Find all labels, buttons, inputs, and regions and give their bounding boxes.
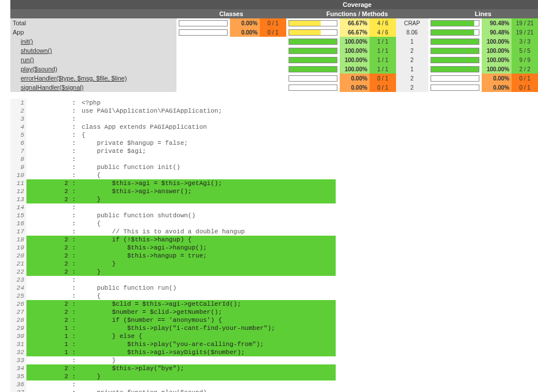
coverage-ratio: 0 / 1 bbox=[512, 74, 538, 83]
source-line: 13 2 : } bbox=[10, 195, 336, 203]
hit-count: 1 : bbox=[26, 332, 82, 340]
progress-bar bbox=[428, 28, 482, 37]
method-link[interactable]: init() bbox=[21, 38, 33, 45]
coverage-percent: 100.00% bbox=[340, 46, 370, 55]
source-line: 11 2 : $this->agi = $this->getAgi(); bbox=[10, 179, 336, 187]
hit-count: : bbox=[26, 155, 82, 163]
source-code bbox=[82, 155, 336, 163]
source-line: 34 2 : $this->play("bye"); bbox=[10, 364, 336, 372]
source-code: $this->play("bye"); bbox=[82, 364, 336, 372]
crap-value: 2 bbox=[396, 55, 428, 64]
method-link[interactable]: shutdown() bbox=[21, 47, 52, 54]
source-code: private function play($sound) bbox=[82, 389, 336, 392]
crap-value: 1 bbox=[396, 64, 428, 74]
coverage-table: Coverage Classes Functions / Methods Lin… bbox=[10, 0, 538, 92]
line-number: 8 bbox=[10, 155, 26, 163]
line-number: 15 bbox=[10, 212, 26, 220]
source-code: private $agi; bbox=[82, 147, 336, 155]
row-label: play($sound) bbox=[10, 64, 176, 74]
coverage-percent: 66.67% bbox=[340, 18, 370, 28]
hit-count: 2 : bbox=[26, 316, 82, 324]
hit-count: : bbox=[26, 284, 82, 292]
line-number: 32 bbox=[10, 348, 26, 356]
hit-count: 2 : bbox=[26, 252, 82, 260]
source-line: 16 : { bbox=[10, 220, 336, 228]
source-line: 1 : <?php bbox=[10, 99, 336, 107]
progress-bar bbox=[428, 18, 482, 28]
coverage-percent: 100.00% bbox=[340, 64, 370, 74]
coverage-row: init()100.00%1 / 11100.00%3 / 3 bbox=[10, 37, 538, 46]
coverage-row: play($sound)100.00%1 / 11100.00%2 / 2 bbox=[10, 64, 538, 74]
source-code bbox=[82, 115, 336, 123]
progress-bar bbox=[286, 46, 340, 55]
source-code: } bbox=[82, 260, 336, 268]
source-line: 33 : } bbox=[10, 356, 336, 364]
source-line: 28 2 : if ($number == 'anonymous') { bbox=[10, 316, 336, 324]
hit-count: 1 : bbox=[26, 348, 82, 356]
method-link[interactable]: signalHandler($signal) bbox=[21, 84, 83, 91]
coverage-ratio: 2 / 2 bbox=[512, 64, 538, 74]
source-line: 2 : use PAGI\Application\PAGIApplication… bbox=[10, 107, 336, 115]
method-link[interactable]: errorHandler($type, $msg, $file, $line) bbox=[21, 75, 127, 82]
hit-count: : bbox=[26, 115, 82, 123]
source-code bbox=[82, 381, 336, 389]
line-number: 18 bbox=[10, 236, 26, 244]
source-line: 8 : bbox=[10, 155, 336, 163]
hit-count: : bbox=[26, 220, 82, 228]
progress-bar bbox=[286, 37, 340, 46]
source-line: 35 2 : } bbox=[10, 372, 336, 381]
source-code: public function run() bbox=[82, 284, 336, 292]
hit-count: 2 : bbox=[26, 195, 82, 203]
line-number: 36 bbox=[10, 381, 26, 389]
line-number: 24 bbox=[10, 284, 26, 292]
coverage-ratio: 0 / 1 bbox=[370, 74, 396, 83]
source-code: $this->agi->answer(); bbox=[82, 187, 336, 195]
line-number: 31 bbox=[10, 340, 26, 348]
row-label: init() bbox=[10, 37, 176, 46]
coverage-ratio: 9 / 9 bbox=[512, 55, 538, 64]
hit-count: : bbox=[26, 212, 82, 220]
hit-count: 2 : bbox=[26, 300, 82, 308]
source-line: 15 : public function shutdown() bbox=[10, 212, 336, 220]
hit-count: : bbox=[26, 147, 82, 155]
coverage-percent: 100.00% bbox=[482, 46, 512, 55]
hit-count: 1 : bbox=[26, 340, 82, 348]
source-code: $this->agi->sayDigits($number); bbox=[82, 348, 336, 356]
line-number: 17 bbox=[10, 228, 26, 236]
line-number: 7 bbox=[10, 147, 26, 155]
coverage-percent: 0.00% bbox=[340, 74, 370, 83]
progress-bar bbox=[428, 83, 482, 92]
source-line: 36 : bbox=[10, 381, 336, 389]
line-number: 1 bbox=[10, 99, 26, 107]
coverage-ratio: 4 / 6 bbox=[370, 28, 396, 37]
source-line: 22 2 : } bbox=[10, 268, 336, 276]
hit-count: 1 : bbox=[26, 324, 82, 332]
hit-count: : bbox=[26, 131, 82, 139]
line-number: 12 bbox=[10, 187, 26, 195]
line-number: 5 bbox=[10, 131, 26, 139]
method-link[interactable]: play($sound) bbox=[21, 66, 57, 72]
hit-count: 2 : bbox=[26, 260, 82, 268]
progress-bar bbox=[428, 46, 482, 55]
method-link[interactable]: run() bbox=[21, 56, 34, 63]
line-number: 16 bbox=[10, 220, 26, 228]
source-code: <?php bbox=[82, 99, 336, 107]
source-code: use PAGI\Application\PAGIApplication; bbox=[82, 107, 336, 115]
progress-bar bbox=[428, 55, 482, 64]
source-code: $clid = $this->agi->getCallerId(); bbox=[82, 300, 336, 308]
crap-value: 2 bbox=[396, 83, 428, 92]
source-line: 27 2 : $number = $clid->getNumber(); bbox=[10, 308, 336, 316]
hit-count: : bbox=[26, 163, 82, 171]
source-code: // This is to avoid a double hangup bbox=[82, 228, 336, 236]
row-label: Total bbox=[10, 18, 176, 28]
coverage-row: Total0.00%0 / 166.67%4 / 6CRAP90.48%19 /… bbox=[10, 18, 538, 28]
row-label: shutdown() bbox=[10, 46, 176, 55]
source-code: $this->play("you-are-calling-from"); bbox=[82, 340, 336, 348]
source-line: 7 : private $agi; bbox=[10, 147, 336, 155]
source-line: 30 1 : } else { bbox=[10, 332, 336, 340]
hit-count: 2 : bbox=[26, 308, 82, 316]
blank-subheader bbox=[10, 9, 176, 18]
source-line: 6 : private $hangup = false; bbox=[10, 139, 336, 147]
line-number: 33 bbox=[10, 356, 26, 364]
line-number: 35 bbox=[10, 372, 26, 381]
